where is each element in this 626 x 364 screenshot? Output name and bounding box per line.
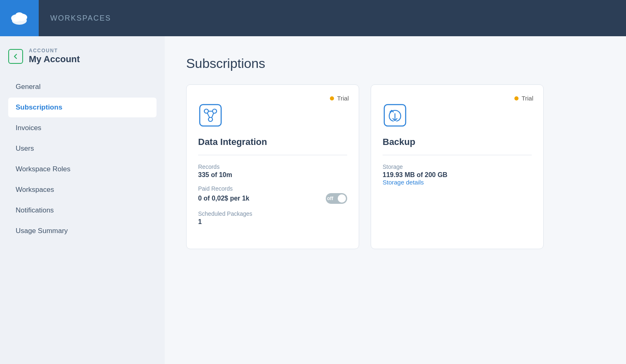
toggle-label: off <box>327 196 333 201</box>
card-data-integration: Trial Data IntegrationRecords335 of 10mP… <box>186 84 359 249</box>
trial-dot <box>330 96 334 100</box>
main-layout: ACCOUNT My Account GeneralSubscriptionsI… <box>0 36 626 364</box>
data-integration-icon <box>198 103 347 129</box>
trial-badge: Trial <box>330 95 349 102</box>
service-name: Backup <box>383 137 532 147</box>
stat-value: 119.93 MB of 200 GB <box>383 171 532 179</box>
card-divider <box>198 155 347 155</box>
stat-value: 0 of 0,02$ per 1k <box>198 195 250 202</box>
account-block: ACCOUNT My Account <box>29 48 80 65</box>
stat-label: Records <box>198 163 347 170</box>
account-name: My Account <box>29 54 80 65</box>
trial-badge: Trial <box>514 95 533 102</box>
svg-point-5 <box>204 109 208 113</box>
svg-line-10 <box>212 113 214 118</box>
card-divider <box>383 155 532 155</box>
svg-point-3 <box>15 12 23 19</box>
main-content: Subscriptions Trial Data IntegrationReco… <box>165 36 626 364</box>
sidebar-item-workspaces[interactable]: Workspaces <box>8 180 156 200</box>
svg-point-6 <box>213 109 217 113</box>
nav-title: WORKSPACES <box>39 14 111 23</box>
stat-label: Paid Records <box>198 185 347 192</box>
page-title: Subscriptions <box>186 56 605 71</box>
svg-line-9 <box>207 113 210 118</box>
sidebar-item-general[interactable]: General <box>8 77 156 97</box>
card-stat: Scheduled Packages1 <box>198 210 347 226</box>
card-stat: Records335 of 10m <box>198 163 347 179</box>
sidebar-item-usage-summary[interactable]: Usage Summary <box>8 221 156 241</box>
trial-label: Trial <box>337 95 349 102</box>
stat-value: 1 <box>198 218 347 226</box>
logo[interactable] <box>0 0 39 36</box>
storage-details-link[interactable]: Storage details <box>383 179 424 186</box>
back-button[interactable] <box>8 49 23 64</box>
account-label: ACCOUNT <box>29 48 80 54</box>
trial-label: Trial <box>521 95 533 102</box>
svg-rect-4 <box>200 105 221 126</box>
card-stat: Paid Records0 of 0,02$ per 1koff <box>198 185 347 204</box>
stat-value-row: 0 of 0,02$ per 1koff <box>198 193 347 204</box>
sidebar-nav: GeneralSubscriptionsInvoicesUsersWorkspa… <box>8 77 156 241</box>
sidebar-header: ACCOUNT My Account <box>8 48 156 65</box>
stat-label: Scheduled Packages <box>198 210 347 217</box>
card-stat: Storage119.93 MB of 200 GBStorage detail… <box>383 163 532 186</box>
backup-icon <box>383 103 532 129</box>
toggle-knob <box>338 194 346 203</box>
sidebar-item-notifications[interactable]: Notifications <box>8 201 156 220</box>
subscription-cards: Trial Data IntegrationRecords335 of 10mP… <box>186 84 605 249</box>
trial-dot <box>514 96 519 100</box>
stat-value: 335 of 10m <box>198 171 347 179</box>
top-nav: WORKSPACES <box>0 0 626 36</box>
service-name: Data Integration <box>198 137 347 147</box>
sidebar: ACCOUNT My Account GeneralSubscriptionsI… <box>0 36 165 364</box>
svg-point-7 <box>208 117 213 121</box>
sidebar-item-users[interactable]: Users <box>8 139 156 159</box>
sidebar-item-invoices[interactable]: Invoices <box>8 118 156 138</box>
stat-label: Storage <box>383 163 532 170</box>
sidebar-item-workspace-roles[interactable]: Workspace Roles <box>8 159 156 179</box>
paid-records-toggle[interactable]: off <box>326 193 347 204</box>
sidebar-item-subscriptions[interactable]: Subscriptions <box>8 98 156 117</box>
card-backup: Trial BackupStorage119.93 MB of 200 GBSt… <box>371 84 544 249</box>
